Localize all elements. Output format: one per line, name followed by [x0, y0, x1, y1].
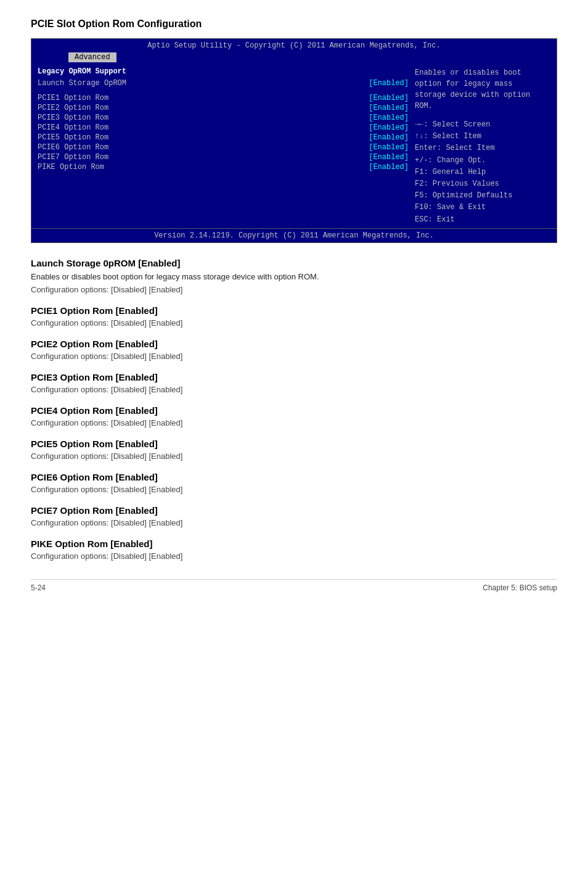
- bios-row: PCIE5 Option Rom[Enabled]: [38, 133, 409, 142]
- section-pcie4: PCIE4 Option Rom [Enabled]Configuration …: [31, 405, 557, 427]
- bios-keybindings: →←: Select Screen↑↓: Select ItemEnter: S…: [415, 119, 550, 226]
- section-heading-pcie1: PCIE1 Option Rom [Enabled]: [31, 305, 557, 316]
- bios-row: [38, 88, 409, 93]
- bios-keybinding: +/-: Change Opt.: [415, 155, 550, 167]
- section-desc-launch-storage: Enables or disables boot option for lega…: [31, 271, 557, 283]
- bios-keybinding: F1: General Help: [415, 167, 550, 178]
- section-config-pike: Configuration options: [Disabled] [Enabl…: [31, 551, 557, 561]
- section-config-pcie2: Configuration options: [Disabled] [Enabl…: [31, 352, 557, 361]
- section-pcie1: PCIE1 Option Rom [Enabled]Configuration …: [31, 305, 557, 328]
- footer-chapter: Chapter 5: BIOS setup: [483, 584, 557, 592]
- bios-row: Launch Storage OpROM[Enabled]: [38, 78, 409, 88]
- bios-row-label: PCIE6 Option Rom: [38, 143, 108, 152]
- bios-keybinding: F10: Save & Exit: [415, 202, 550, 213]
- bios-row: PCIE1 Option Rom[Enabled]: [38, 93, 409, 103]
- page-title: PCIE Slot Option Rom Configuration: [31, 19, 557, 30]
- section-heading-pcie5: PCIE5 Option Rom [Enabled]: [31, 439, 557, 449]
- section-config-launch-storage: Configuration options: [Disabled] [Enabl…: [31, 285, 557, 294]
- bios-section-label: Legacy OpROM Support: [38, 67, 409, 76]
- bios-row-value: [Enabled]: [369, 133, 409, 142]
- bios-keybinding: Enter: Select Item: [415, 142, 550, 154]
- bios-row-value: [Enabled]: [369, 143, 409, 152]
- section-pcie2: PCIE2 Option Rom [Enabled]Configuration …: [31, 339, 557, 361]
- bios-tab-advanced[interactable]: Advanced: [68, 52, 116, 62]
- bios-row: PCIE4 Option Rom[Enabled]: [38, 123, 409, 133]
- section-heading-pcie6: PCIE6 Option Rom [Enabled]: [31, 472, 557, 482]
- bios-row-label: PCIE4 Option Rom: [38, 123, 108, 132]
- bios-row-value: [Enabled]: [369, 113, 409, 122]
- bios-screen: Aptio Setup Utility - Copyright (C) 2011…: [31, 38, 557, 243]
- bios-row-value: [Enabled]: [369, 123, 409, 132]
- section-config-pcie4: Configuration options: [Disabled] [Enabl…: [31, 418, 557, 427]
- bios-row-label: PCIE5 Option Rom: [38, 133, 108, 142]
- section-heading-pcie3: PCIE3 Option Rom [Enabled]: [31, 372, 557, 382]
- bios-keybinding: ↑↓: Select Item: [415, 131, 550, 142]
- bios-keybinding: F5: Optimized Defaults: [415, 190, 550, 202]
- bios-header: Aptio Setup Utility - Copyright (C) 2011…: [31, 39, 557, 51]
- section-pcie3: PCIE3 Option Rom [Enabled]Configuration …: [31, 372, 557, 394]
- footer-page-number: 5-24: [31, 584, 46, 592]
- bios-keybinding: F2: Previous Values: [415, 178, 550, 190]
- bios-row-value: [Enabled]: [369, 79, 409, 88]
- bios-row: PCIE6 Option Rom[Enabled]: [38, 142, 409, 152]
- bios-left-panel: Legacy OpROM Support Launch Storage OpRO…: [38, 67, 415, 226]
- section-config-pcie3: Configuration options: [Disabled] [Enabl…: [31, 385, 557, 394]
- section-config-pcie5: Configuration options: [Disabled] [Enabl…: [31, 452, 557, 461]
- page-footer: 5-24 Chapter 5: BIOS setup: [31, 579, 557, 592]
- section-heading-pcie2: PCIE2 Option Rom [Enabled]: [31, 339, 557, 349]
- section-launch-storage: Launch Storage 0pROM [Enabled]Enables or…: [31, 258, 557, 295]
- section-config-pcie1: Configuration options: [Disabled] [Enabl…: [31, 318, 557, 328]
- bios-row-label: PCIE1 Option Rom: [38, 94, 108, 102]
- bios-rows: Launch Storage OpROM[Enabled]PCIE1 Optio…: [38, 78, 409, 172]
- bios-row-label: PCIE2 Option Rom: [38, 104, 108, 112]
- bios-help-text: Enables or disables boot option for lega…: [415, 67, 550, 112]
- bios-row-value: [Enabled]: [369, 94, 409, 102]
- section-pike: PIKE Option Rom [Enabled]Configuration o…: [31, 538, 557, 561]
- sections-container: Launch Storage 0pROM [Enabled]Enables or…: [31, 258, 557, 561]
- bios-keybinding: ESC: Exit: [415, 214, 550, 226]
- bios-row: PCIE3 Option Rom[Enabled]: [38, 113, 409, 123]
- section-heading-pcie7: PCIE7 Option Rom [Enabled]: [31, 505, 557, 516]
- section-heading-pike: PIKE Option Rom [Enabled]: [31, 538, 557, 549]
- bios-row-value: [Enabled]: [369, 163, 409, 171]
- bios-footer: Version 2.14.1219. Copyright (C) 2011 Am…: [31, 228, 557, 242]
- section-heading-launch-storage: Launch Storage 0pROM [Enabled]: [31, 258, 557, 268]
- bios-row-label: PCIE7 Option Rom: [38, 153, 108, 162]
- bios-row-label: PIKE Option Rom: [38, 163, 104, 171]
- bios-row-value: [Enabled]: [369, 104, 409, 112]
- bios-row-label: PCIE3 Option Rom: [38, 113, 108, 122]
- bios-row-label: Launch Storage OpROM: [38, 79, 126, 88]
- bios-row-value: [Enabled]: [369, 153, 409, 162]
- bios-row: PIKE Option Rom[Enabled]: [38, 162, 409, 172]
- section-pcie5: PCIE5 Option Rom [Enabled]Configuration …: [31, 439, 557, 461]
- section-pcie6: PCIE6 Option Rom [Enabled]Configuration …: [31, 472, 557, 494]
- section-pcie7: PCIE7 Option Rom [Enabled]Configuration …: [31, 505, 557, 527]
- bios-row: PCIE2 Option Rom[Enabled]: [38, 103, 409, 113]
- bios-keybinding: →←: Select Screen: [415, 119, 550, 131]
- bios-right-panel: Enables or disables boot option for lega…: [415, 67, 550, 226]
- section-config-pcie6: Configuration options: [Disabled] [Enabl…: [31, 485, 557, 494]
- bios-tab-bar: Advanced: [31, 51, 557, 62]
- section-heading-pcie4: PCIE4 Option Rom [Enabled]: [31, 405, 557, 416]
- bios-row: PCIE7 Option Rom[Enabled]: [38, 152, 409, 162]
- section-config-pcie7: Configuration options: [Disabled] [Enabl…: [31, 518, 557, 527]
- bios-body: Legacy OpROM Support Launch Storage OpRO…: [31, 62, 557, 228]
